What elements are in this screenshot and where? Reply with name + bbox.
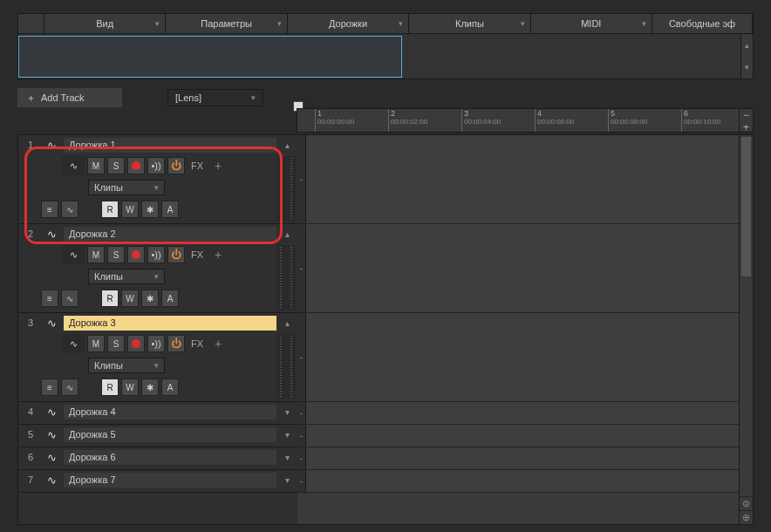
- collapse-icon[interactable]: ▴: [280, 318, 294, 328]
- scroll-thumb[interactable]: [741, 137, 751, 276]
- ruler-ticks[interactable]: 100:00:00:00200:00:02:00300:00:04:00400:…: [297, 109, 739, 132]
- menu-fx[interactable]: Свободные эф: [652, 14, 753, 33]
- freeze-button[interactable]: ✱: [141, 201, 159, 218]
- track-header[interactable]: 3 ∿ Дорожка 3 ▴ ∿ M S •)) ⏻ FX + Клипы▾ …: [18, 313, 297, 402]
- mute-button[interactable]: M: [87, 246, 105, 263]
- track-lane[interactable]: -: [297, 224, 739, 313]
- freeze-button[interactable]: ✱: [141, 290, 159, 307]
- add-fx-button[interactable]: +: [209, 157, 227, 174]
- scroll-down-icon[interactable]: ▾: [741, 57, 753, 79]
- track-lane[interactable]: -: [297, 313, 739, 402]
- solo-button[interactable]: S: [107, 335, 125, 352]
- track-name[interactable]: Дорожка 7: [64, 473, 276, 488]
- automation-button[interactable]: ∿: [61, 201, 78, 218]
- time-ruler[interactable]: 100:00:00:00200:00:02:00300:00:04:00400:…: [297, 108, 754, 133]
- overview-scrollbar[interactable]: ▴ ▾: [740, 34, 753, 78]
- chevron-down-icon: ▾: [251, 93, 256, 102]
- track-name[interactable]: Дорожка 6: [64, 450, 276, 465]
- read-button[interactable]: R: [101, 290, 119, 307]
- track-lane[interactable]: -: [297, 425, 739, 447]
- fx-label[interactable]: FX: [188, 249, 207, 260]
- track-name[interactable]: Дорожка 5: [64, 427, 276, 442]
- clips-dropdown[interactable]: Клипы▾: [88, 180, 165, 195]
- overview-viewport[interactable]: [18, 36, 402, 78]
- track-name[interactable]: Дорожка 2: [64, 227, 276, 242]
- fx-power-button[interactable]: ⏻: [167, 246, 185, 263]
- track-name[interactable]: Дорожка 1: [64, 138, 276, 153]
- track-name[interactable]: Дорожка 4: [64, 405, 276, 419]
- track-lanes[interactable]: -------: [297, 135, 739, 524]
- collapse-icon[interactable]: ▾: [280, 430, 294, 440]
- write-button[interactable]: W: [121, 201, 139, 218]
- track-lane[interactable]: -: [297, 135, 739, 224]
- record-arm-button[interactable]: [127, 335, 145, 352]
- overview-strip[interactable]: ▴ ▾: [17, 34, 754, 79]
- track-number: 5: [22, 429, 39, 440]
- tracks-area: 1 ∿ Дорожка 1 ▴ ∿ M S •)) ⏻ FX + Клипы▾ …: [17, 134, 754, 525]
- monitor-button[interactable]: •)): [147, 335, 165, 352]
- align-button[interactable]: ≡: [41, 379, 58, 396]
- mute-button[interactable]: M: [87, 157, 105, 174]
- scroll-up-icon[interactable]: ▴: [741, 34, 753, 57]
- read-button[interactable]: R: [101, 201, 119, 218]
- clips-dropdown[interactable]: Клипы▾: [88, 358, 165, 373]
- track-header[interactable]: 6 ∿ Дорожка 6 ▾: [18, 447, 297, 470]
- mute-button[interactable]: M: [87, 335, 105, 352]
- add-fx-button[interactable]: +: [209, 335, 227, 352]
- fx-label[interactable]: FX: [188, 160, 207, 171]
- track-number: 1: [22, 140, 39, 150]
- clips-dropdown[interactable]: Клипы▾: [88, 269, 165, 284]
- add-fx-button[interactable]: +: [209, 246, 227, 263]
- solo-button[interactable]: S: [107, 246, 125, 263]
- zoom-vertical-button[interactable]: ⊕: [740, 510, 753, 524]
- archive-button[interactable]: A: [161, 290, 179, 307]
- waveform-icon: ∿: [43, 450, 60, 464]
- vertical-scrollbar[interactable]: ⊜ ⊕: [739, 135, 753, 524]
- zoom-fit-button[interactable]: ⊜: [740, 496, 753, 510]
- menu-midi[interactable]: MIDI▾: [531, 14, 652, 33]
- zoom-in-button[interactable]: +: [740, 121, 753, 133]
- lens-dropdown[interactable]: [Lens] ▾: [167, 89, 263, 106]
- automation-button[interactable]: ∿: [61, 290, 78, 307]
- menu-view[interactable]: Вид▾: [44, 14, 166, 33]
- track-name[interactable]: Дорожка 3: [64, 316, 276, 331]
- track-header[interactable]: 4 ∿ Дорожка 4 ▾: [18, 402, 297, 425]
- align-button[interactable]: ≡: [41, 290, 58, 307]
- fx-label[interactable]: FX: [188, 338, 207, 349]
- collapse-icon[interactable]: ▾: [280, 407, 294, 417]
- solo-button[interactable]: S: [107, 157, 125, 174]
- record-arm-button[interactable]: [127, 246, 145, 263]
- track-lane[interactable]: -: [297, 402, 739, 425]
- monitor-button[interactable]: •)): [147, 157, 165, 174]
- plus-icon: ＋: [26, 92, 36, 105]
- write-button[interactable]: W: [121, 379, 139, 396]
- menu-parameters[interactable]: Параметры▾: [166, 14, 287, 33]
- collapse-icon[interactable]: ▴: [280, 140, 294, 150]
- monitor-button[interactable]: •)): [147, 246, 165, 263]
- track-lane[interactable]: -: [297, 470, 739, 493]
- track-header[interactable]: 1 ∿ Дорожка 1 ▴ ∿ M S •)) ⏻ FX + Клипы▾ …: [18, 135, 297, 224]
- automation-button[interactable]: ∿: [61, 379, 78, 396]
- track-header[interactable]: 5 ∿ Дорожка 5 ▾: [18, 425, 297, 447]
- track-header[interactable]: 7 ∿ Дорожка 7 ▾: [18, 470, 297, 493]
- collapse-icon[interactable]: ▾: [280, 475, 294, 485]
- menu-tracks[interactable]: Дорожки▾: [288, 14, 409, 33]
- menu-clips[interactable]: Клипы▾: [409, 14, 530, 33]
- freeze-button[interactable]: ✱: [141, 379, 159, 396]
- fx-power-button[interactable]: ⏻: [167, 157, 185, 174]
- archive-button[interactable]: A: [161, 201, 179, 218]
- waveform-icon: ∿: [43, 138, 60, 152]
- add-track-button[interactable]: ＋ Add Track: [17, 88, 122, 107]
- align-button[interactable]: ≡: [41, 201, 58, 218]
- collapse-icon[interactable]: ▴: [280, 229, 294, 239]
- write-button[interactable]: W: [121, 290, 139, 307]
- track-header[interactable]: 2 ∿ Дорожка 2 ▴ ∿ M S •)) ⏻ FX + Клипы▾ …: [18, 224, 297, 313]
- track-lane[interactable]: -: [297, 447, 739, 470]
- lane-marker: -: [297, 447, 306, 469]
- record-arm-button[interactable]: [127, 157, 145, 174]
- zoom-out-button[interactable]: −: [740, 109, 753, 121]
- read-button[interactable]: R: [101, 379, 119, 396]
- archive-button[interactable]: A: [161, 379, 179, 396]
- fx-power-button[interactable]: ⏻: [167, 335, 185, 352]
- collapse-icon[interactable]: ▾: [280, 453, 294, 462]
